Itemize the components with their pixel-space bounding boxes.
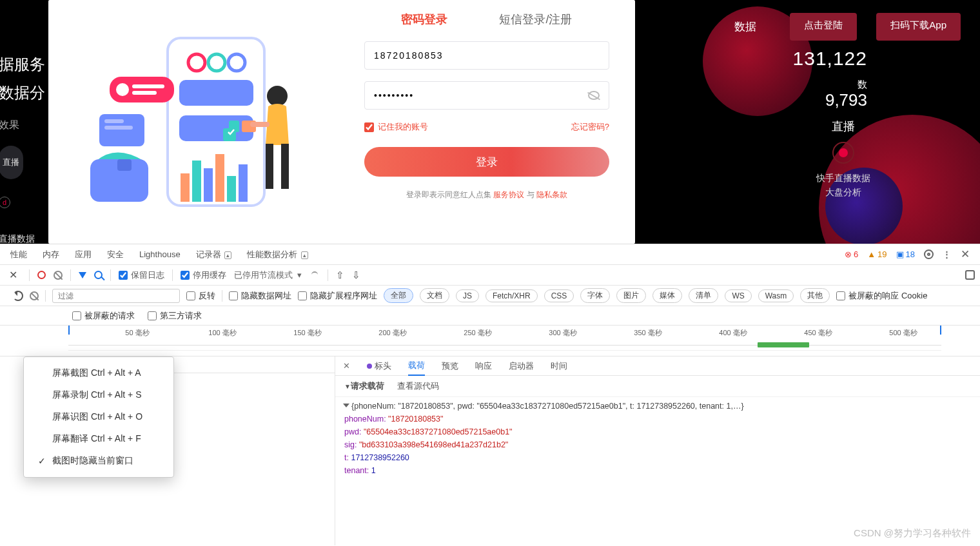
tab-application[interactable]: 应用 xyxy=(75,249,92,260)
tab-initiator[interactable]: 启动器 xyxy=(509,360,534,372)
warn-count[interactable]: ▲ 19 xyxy=(867,249,887,259)
blocked-req[interactable]: 被屏蔽的请求 xyxy=(72,310,135,322)
throttle-select[interactable]: 已停用节流模式 ▾ xyxy=(234,269,302,281)
view-source-link[interactable]: 查看源代码 xyxy=(397,380,439,392)
svg-rect-26 xyxy=(227,176,236,202)
pill-img[interactable]: 图片 xyxy=(616,288,646,303)
pill-font[interactable]: 字体 xyxy=(580,288,610,303)
remember-checkbox[interactable] xyxy=(364,122,374,132)
search-icon[interactable] xyxy=(94,271,103,279)
side-text: 据服务 数据分 效果 直播 d 直播数据 盘分析 xyxy=(0,50,45,244)
pill-media[interactable]: 媒体 xyxy=(652,288,682,303)
record-icon[interactable] xyxy=(37,271,46,279)
tab-recorder[interactable]: 记录器 ▴ xyxy=(196,249,232,260)
watermark: CSDN @努力学习各种软件 xyxy=(854,527,971,540)
disable-cache[interactable]: 停用缓存 xyxy=(181,269,226,281)
ctx-hide-window[interactable]: ✓截图时隐藏当前窗口 xyxy=(24,450,173,472)
pill-wasm[interactable]: Wasm xyxy=(758,289,794,302)
side-pill[interactable]: 直播 xyxy=(0,146,23,179)
privacy-link[interactable]: 隐私条款 xyxy=(536,190,567,199)
tab-preview[interactable]: 预览 xyxy=(442,360,458,372)
stat-1: 131,122 xyxy=(793,48,867,70)
svg-rect-10 xyxy=(132,84,164,88)
kebab-icon[interactable]: ⋮ xyxy=(943,249,952,259)
app-backdrop: 数据 点击登陆 扫码下载App 131,122 数 9,793 据服务 数据分 … xyxy=(0,0,980,244)
tab-timing[interactable]: 时间 xyxy=(551,360,567,372)
top-data-label: 数据 xyxy=(720,13,770,41)
password-input-wrap[interactable] xyxy=(364,81,609,110)
info-count[interactable]: ▣ 18 xyxy=(896,249,915,259)
svg-rect-1 xyxy=(179,80,253,106)
remember-me[interactable]: 记住我的账号 xyxy=(364,121,428,133)
gear-icon-2[interactable] xyxy=(965,270,975,280)
hide-ext-url[interactable]: 隐藏扩展程序网址 xyxy=(298,290,377,302)
pill-css[interactable]: CSS xyxy=(544,289,574,302)
pill-all[interactable]: 全部 xyxy=(384,288,413,303)
tos-link[interactable]: 服务协议 xyxy=(493,190,524,199)
filter-row: 反转 隐藏数据网址 隐藏扩展程序网址 全部 文档 JS Fetch/XHR CS… xyxy=(0,286,980,306)
forgot-password-link[interactable]: 忘记密码? xyxy=(571,121,609,133)
ctx-screenshot[interactable]: 屏幕截图 Ctrl + Alt + A xyxy=(24,362,173,384)
payload-body: {phoneNum: "18720180853", pwd: "65504ea3… xyxy=(335,397,980,480)
tab-perf-insights[interactable]: 性能数据分析 ▴ xyxy=(247,249,308,260)
tab-headers[interactable]: 标头 xyxy=(367,360,391,372)
agreement-text: 登录即表示同意红人点集 服务协议 与 隐私条款 xyxy=(364,190,609,200)
invert-checkbox[interactable]: 反转 xyxy=(186,290,215,302)
tab-lighthouse[interactable]: Lighthouse xyxy=(139,249,181,259)
tab-security[interactable]: 安全 xyxy=(107,249,124,260)
waterfall-timeline[interactable]: 50 毫秒 100 毫秒 150 毫秒 200 毫秒 250 毫秒 300 毫秒… xyxy=(0,326,980,356)
promo-column: 直播 快手直播数据 大盘分析 xyxy=(816,116,870,201)
payload-title[interactable]: ▼请求载荷 xyxy=(344,380,384,392)
eye-off-icon[interactable] xyxy=(588,91,600,100)
third-party[interactable]: 第三方请求 xyxy=(148,310,202,322)
pill-other[interactable]: 其他 xyxy=(800,288,830,303)
login-submit-button[interactable]: 登录 xyxy=(364,147,609,177)
svg-rect-25 xyxy=(215,154,224,202)
tab-performance[interactable]: 性能 xyxy=(10,249,27,260)
pill-fetch[interactable]: Fetch/XHR xyxy=(485,289,538,302)
close-drawer-icon[interactable]: ✕ xyxy=(5,269,21,281)
stat-2-label: 数 xyxy=(858,79,867,91)
preserve-log[interactable]: 保留日志 xyxy=(119,269,164,281)
wifi-icon[interactable] xyxy=(309,271,320,279)
pill-ws[interactable]: WS xyxy=(725,289,751,302)
filter-input[interactable] xyxy=(52,289,180,303)
pill-js[interactable]: JS xyxy=(456,289,479,302)
ctx-translate[interactable]: 屏幕翻译 Ctrl + Alt + F xyxy=(24,428,173,450)
pill-manifest[interactable]: 清单 xyxy=(689,288,718,303)
filter-icon[interactable] xyxy=(79,272,86,278)
blocked-cookies[interactable]: 被屏蔽的响应 Cookie xyxy=(836,290,927,302)
upload-icon[interactable]: ⇧ xyxy=(336,269,344,281)
download-app-button[interactable]: 扫码下载App xyxy=(876,13,961,41)
context-menu: 屏幕截图 Ctrl + Alt + A 屏幕录制 Ctrl + Alt + S … xyxy=(23,356,174,478)
detail-pane: ✕ 标头 载荷 预览 响应 启动器 时间 ▼请求载荷 查看源代码 {phoneN… xyxy=(335,356,980,545)
tab-sms-login[interactable]: 短信登录/注册 xyxy=(499,12,572,27)
gear-icon[interactable] xyxy=(924,249,934,259)
close-detail-icon[interactable]: ✕ xyxy=(343,361,350,371)
login-top-button[interactable]: 点击登陆 xyxy=(790,13,857,41)
ctx-record[interactable]: 屏幕录制 Ctrl + Alt + S xyxy=(24,384,173,406)
hide-data-url[interactable]: 隐藏数据网址 xyxy=(229,290,291,302)
tab-memory[interactable]: 内存 xyxy=(43,249,59,260)
svg-rect-13 xyxy=(104,119,124,123)
svg-rect-18 xyxy=(266,144,273,189)
live-ring-icon xyxy=(832,142,854,164)
download-icon[interactable]: ⇩ xyxy=(352,269,360,281)
tab-payload[interactable]: 载荷 xyxy=(408,360,425,376)
network-toolbar: ✕ 保留日志 停用缓存 已停用节流模式 ▾ ⇧ ⇩ xyxy=(0,265,980,286)
ban-icon-2[interactable] xyxy=(30,291,39,300)
phone-input-wrap[interactable] xyxy=(364,41,609,70)
phone-input[interactable] xyxy=(374,50,582,61)
error-count[interactable]: ⊗ 6 xyxy=(845,249,858,259)
clear-icon[interactable] xyxy=(54,271,63,280)
close-devtools-icon[interactable]: ✕ xyxy=(961,248,970,261)
svg-rect-14 xyxy=(104,126,133,130)
svg-point-9 xyxy=(116,83,129,96)
pill-doc[interactable]: 文档 xyxy=(420,288,449,303)
tab-response[interactable]: 响应 xyxy=(475,360,492,372)
reload-icon[interactable] xyxy=(13,291,23,301)
password-input[interactable] xyxy=(374,90,582,101)
ctx-ocr[interactable]: 屏幕识图 Ctrl + Alt + O xyxy=(24,406,173,428)
svg-rect-19 xyxy=(281,144,289,189)
tab-password-login[interactable]: 密码登录 xyxy=(401,12,447,27)
